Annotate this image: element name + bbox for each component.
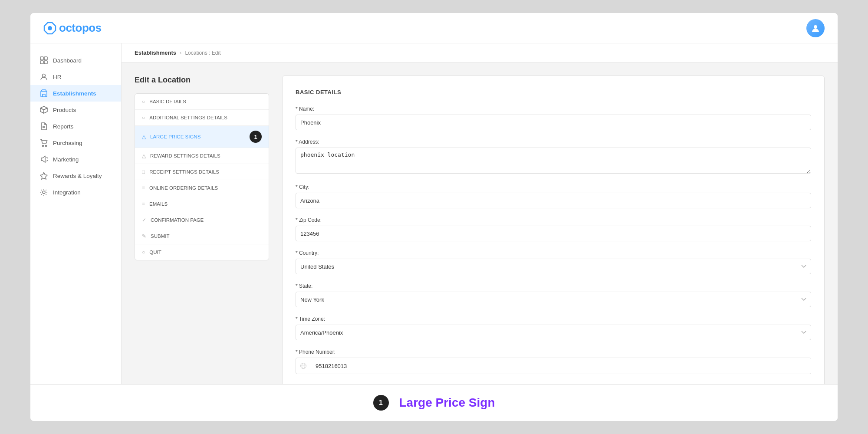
sidebar-item-rewards[interactable]: Rewards & Loyalty bbox=[30, 168, 121, 184]
wizard-step-receipt-settings[interactable]: □ RECEIPT SETTINGS DETAILS bbox=[135, 164, 269, 180]
sidebar-item-integration[interactable]: Integration bbox=[30, 184, 121, 201]
svg-point-12 bbox=[46, 145, 47, 147]
form-label-country: * Country: bbox=[296, 250, 811, 256]
form-label-name: * Name: bbox=[296, 106, 811, 112]
sidebar-item-marketing[interactable]: Marketing bbox=[30, 151, 121, 168]
header: octopos bbox=[30, 13, 838, 43]
box-icon bbox=[40, 106, 48, 114]
page-content: Edit a Location ○ BASIC DETAILS ○ ADDITI… bbox=[122, 62, 838, 384]
wizard-step-basic-details[interactable]: ○ BASIC DETAILS bbox=[135, 94, 269, 110]
sidebar-item-products[interactable]: Products bbox=[30, 102, 121, 118]
sidebar-item-reports[interactable]: Reports bbox=[30, 118, 121, 135]
svg-rect-3 bbox=[40, 57, 43, 60]
form-label-address: * Address: bbox=[296, 139, 811, 145]
form-group-timezone: * Time Zone: America/Phoenix America/New… bbox=[296, 316, 811, 340]
name-input[interactable] bbox=[296, 115, 811, 130]
address-input[interactable]: phoenix location bbox=[296, 148, 811, 174]
sidebar-item-purchasing[interactable]: Purchasing bbox=[30, 135, 121, 151]
bottom-bar: 1 Large Price Sign bbox=[30, 384, 838, 421]
wizard-step-online-ordering[interactable]: ≡ ONLINE ORDERING DETAILS bbox=[135, 180, 269, 196]
triangle-icon-1: △ bbox=[142, 134, 146, 140]
form-label-timezone: * Time Zone: bbox=[296, 316, 811, 322]
wizard-step-large-price-signs[interactable]: △ LARGE PRICE SIGNS 1 bbox=[135, 126, 269, 148]
phone-input-wrapper bbox=[296, 358, 811, 374]
sidebar: Dashboard HR Establishments bbox=[30, 43, 122, 384]
form-label-state: * State: bbox=[296, 283, 811, 289]
triangle-icon-2: △ bbox=[142, 153, 146, 159]
form-group-phone: * Phone Number: bbox=[296, 349, 811, 374]
svg-marker-13 bbox=[40, 172, 47, 179]
wizard-step-label-additional: ADDITIONAL SETTINGS DETAILS bbox=[149, 115, 227, 120]
sidebar-item-establishments[interactable]: Establishments bbox=[30, 85, 121, 102]
wizard-step-confirmation[interactable]: ✓ CONFIRMATION PAGE bbox=[135, 212, 269, 228]
svg-point-14 bbox=[43, 191, 45, 194]
wizard-step-emails[interactable]: ≡ EMAILS bbox=[135, 196, 269, 212]
wizard-step-additional-settings[interactable]: ○ ADDITIONAL SETTINGS DETAILS bbox=[135, 110, 269, 126]
wizard-step-submit[interactable]: ✎ SUBMIT bbox=[135, 228, 269, 244]
step-badge-1: 1 bbox=[250, 131, 262, 143]
city-input[interactable] bbox=[296, 193, 811, 208]
form-group-zip: * Zip Code: bbox=[296, 217, 811, 241]
logo-text: octopos bbox=[59, 21, 102, 35]
svg-rect-4 bbox=[44, 57, 47, 60]
circle-icon-1: ○ bbox=[142, 99, 145, 105]
wizard-panel: Edit a Location ○ BASIC DETAILS ○ ADDITI… bbox=[135, 76, 269, 384]
sidebar-label-dashboard: Dashboard bbox=[53, 57, 82, 64]
svg-point-7 bbox=[43, 74, 46, 77]
avatar[interactable] bbox=[806, 19, 825, 37]
wizard-box: ○ BASIC DETAILS ○ ADDITIONAL SETTINGS DE… bbox=[135, 93, 269, 260]
wizard-step-quit[interactable]: ○ QUIT bbox=[135, 244, 269, 260]
breadcrumb-current: Locations : Edit bbox=[185, 50, 220, 56]
form-group-city: * City: bbox=[296, 184, 811, 208]
main-layout: Dashboard HR Establishments bbox=[30, 43, 838, 384]
breadcrumb-parent[interactable]: Establishments bbox=[135, 49, 176, 56]
svg-point-2 bbox=[814, 25, 817, 29]
timezone-select[interactable]: America/Phoenix America/New_York America… bbox=[296, 325, 811, 340]
wizard-step-reward-settings[interactable]: △ REWARD SETTINGS DETAILS bbox=[135, 148, 269, 164]
svg-rect-6 bbox=[44, 61, 47, 64]
wizard-step-label-price-signs: LARGE PRICE SIGNS bbox=[150, 134, 201, 139]
wizard-step-label-reward: REWARD SETTINGS DETAILS bbox=[150, 153, 220, 158]
header-right bbox=[806, 19, 825, 37]
svg-rect-5 bbox=[40, 61, 43, 64]
lines-icon-1: ≡ bbox=[142, 185, 145, 191]
state-select[interactable]: New York California Arizona Texas bbox=[296, 292, 811, 307]
svg-point-1 bbox=[48, 26, 52, 30]
sidebar-item-hr[interactable]: HR bbox=[30, 69, 121, 85]
cart-icon bbox=[40, 139, 48, 147]
form-label-zip: * Zip Code: bbox=[296, 217, 811, 223]
wizard-step-label-receipt: RECEIPT SETTINGS DETAILS bbox=[149, 169, 219, 174]
lines-icon-2: ≡ bbox=[142, 201, 145, 207]
breadcrumb: Establishments › Locations : Edit bbox=[122, 43, 838, 62]
logo: octopos bbox=[43, 21, 102, 35]
form-group-state: * State: New York California Arizona Tex… bbox=[296, 283, 811, 307]
wizard-step-label-quit: QUIT bbox=[149, 250, 161, 255]
bottom-label: Large Price Sign bbox=[399, 396, 495, 410]
phone-input[interactable] bbox=[311, 358, 811, 374]
square-icon-1: □ bbox=[142, 169, 145, 175]
country-select[interactable]: United States Canada Mexico bbox=[296, 259, 811, 274]
file-icon bbox=[40, 122, 48, 130]
star-icon bbox=[40, 172, 48, 180]
sidebar-label-establishments: Establishments bbox=[53, 90, 96, 97]
wizard-step-label-online: ONLINE ORDERING DETAILS bbox=[149, 185, 218, 191]
bottom-badge: 1 bbox=[373, 395, 389, 411]
sidebar-label-products: Products bbox=[53, 107, 76, 113]
gear-icon bbox=[40, 188, 48, 196]
sidebar-label-integration: Integration bbox=[53, 189, 81, 196]
sidebar-label-reports: Reports bbox=[53, 123, 73, 130]
circle-icon-quit: ○ bbox=[142, 249, 145, 255]
form-label-phone: * Phone Number: bbox=[296, 349, 811, 355]
sidebar-label-hr: HR bbox=[53, 74, 62, 80]
sidebar-item-dashboard[interactable]: Dashboard bbox=[30, 52, 121, 69]
page-title: Edit a Location bbox=[135, 76, 269, 85]
wizard-step-label-basic: BASIC DETAILS bbox=[149, 99, 186, 104]
form-section-title: BASIC DETAILS bbox=[296, 89, 811, 95]
megaphone-icon bbox=[40, 155, 48, 163]
wizard-step-label-submit: SUBMIT bbox=[151, 233, 169, 239]
app-window: octopos Dashboard bbox=[30, 13, 838, 421]
zip-input[interactable] bbox=[296, 226, 811, 241]
form-group-country: * Country: United States Canada Mexico bbox=[296, 250, 811, 274]
form-panel: BASIC DETAILS * Name: * Address: phoenix… bbox=[282, 76, 825, 384]
building-icon bbox=[40, 89, 48, 97]
